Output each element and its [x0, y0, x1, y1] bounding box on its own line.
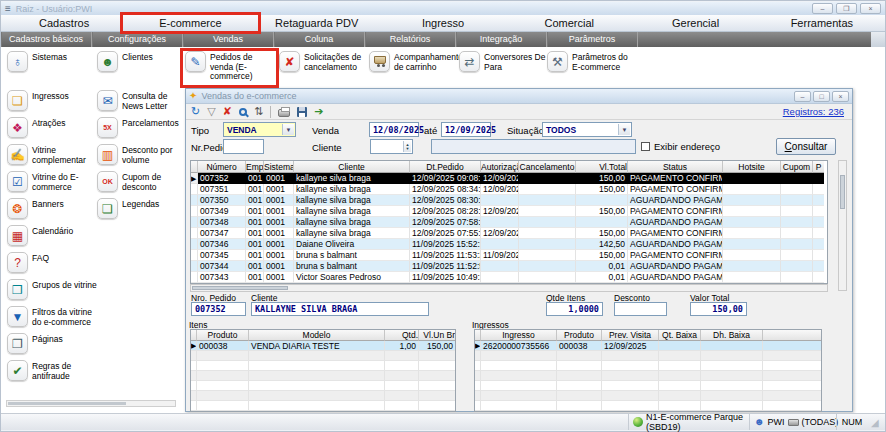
scrollbar-thumb[interactable]: [840, 175, 845, 209]
icon-panel-scrollbar[interactable]: [6, 400, 176, 407]
restore-icon[interactable]: ❐: [836, 3, 857, 14]
grid-col-header-autorizacao[interactable]: Autorização: [481, 161, 519, 173]
grid-col-header-dh-baixa[interactable]: Dh. Baixa: [701, 330, 763, 341]
menu-item-solicitacoes-de-cancelamento[interactable]: ✘Solicitações de cancelamento: [279, 51, 369, 72]
sales-row[interactable]: ▶0073520010001kallayne silva braga12/09/…: [191, 173, 827, 184]
menu-item-atracoes[interactable]: ❖Atrações: [7, 117, 97, 138]
sales-row[interactable]: 0073470010001kallayne silva braga12/09/2…: [191, 228, 827, 239]
grid-col-header-hotsite[interactable]: Hotsite: [723, 161, 781, 173]
date-from-input[interactable]: 12/08/2025: [369, 122, 419, 137]
grid-col-header-produto[interactable]: Produto: [197, 330, 249, 341]
filter-icon[interactable]: ▽: [207, 106, 215, 117]
menu-item-filtros-da-vitrine-do-e-commerce[interactable]: ▼Filtros da vitrine do e-commerce: [7, 306, 97, 327]
sales-window-title-bar[interactable]: ✦ Vendas do e-commerce –□×: [186, 89, 852, 104]
resize-grip[interactable]: ◢: [871, 417, 883, 429]
menu-item-conversores-de-para[interactable]: ⇄Conversores De Para: [459, 51, 549, 72]
menu-item-sistemas[interactable]: ♁Sistemas: [7, 51, 97, 72]
menu-tab-cadastros[interactable]: Cadastros: [1, 15, 127, 31]
grid-col-header-cliente[interactable]: Cliente: [294, 161, 410, 173]
checkbox-icon[interactable]: [641, 142, 650, 151]
menu-item-banners[interactable]: ❂Banners: [7, 198, 97, 219]
menu-item-faq[interactable]: ?FAQ: [7, 252, 97, 273]
exibir-endereco-checkbox[interactable]: Exibir endereço: [641, 141, 720, 152]
menu-item-parcelamentos[interactable]: 5XParcelamentos: [97, 117, 187, 138]
consultar-button[interactable]: Consultar: [776, 138, 836, 155]
grid-col-header-qt-baixa[interactable]: Qt. Baixa: [659, 330, 701, 341]
print-icon[interactable]: [278, 107, 290, 117]
sales-row[interactable]: 0073430010001Victor Soares Pedroso11/09/…: [191, 272, 827, 283]
grid-col-header-emp[interactable]: Emp: [246, 161, 264, 173]
sales-row[interactable]: 0073500010001kallayne silva braga12/09/2…: [191, 195, 827, 206]
refresh-icon[interactable]: ↻: [191, 106, 200, 117]
nr-pedido-input[interactable]: [223, 139, 264, 154]
menu-tab-comercial[interactable]: Comercial: [506, 15, 632, 31]
sales-row[interactable]: 0073450010001bruna s balmant11/09/2025 1…: [191, 250, 827, 261]
close-icon[interactable]: ×: [832, 91, 849, 102]
submenu-relatorios[interactable]: Relatórios: [365, 32, 456, 47]
grid-col-header-vl-un-br[interactable]: Vl.Un Br: [419, 330, 455, 341]
situacao-select[interactable]: TODOS ▼: [542, 122, 632, 137]
chevron-down-icon[interactable]: ▼: [618, 124, 630, 135]
date-to-input[interactable]: 12/09/2025: [441, 122, 491, 137]
scrollbar-thumb[interactable]: [192, 286, 288, 290]
save-icon[interactable]: [297, 107, 307, 117]
sales-row[interactable]: 0073480010001kallayne silva braga12/09/2…: [191, 217, 827, 228]
grid-col-header-produto[interactable]: Produto: [557, 330, 602, 341]
minimize-icon[interactable]: –: [812, 3, 833, 14]
menu-item-paginas[interactable]: ❐Páginas: [7, 333, 97, 354]
menu-item-desconto-por-volume[interactable]: ▥Desconto por volume: [97, 144, 187, 165]
menu-item-vitrine-do-e-commerce[interactable]: ☑Vitrine do E-commerce: [7, 171, 97, 192]
hamburger-menu-icon[interactable]: ≡: [5, 4, 11, 14]
submenu-coluna[interactable]: Coluna: [274, 32, 365, 47]
maximize-icon[interactable]: □: [813, 91, 830, 102]
grid-col-header-sistema[interactable]: Sistema: [264, 161, 294, 173]
grid-col-header-numero[interactable]: Número: [198, 161, 246, 173]
menu-item-calendario[interactable]: ▦Calendário: [7, 225, 97, 246]
menu-item-regras-de-antifraude[interactable]: ✔Regras de antifraude: [7, 360, 97, 381]
sales-grid-hscrollbar[interactable]: [190, 284, 828, 292]
close-icon[interactable]: ×: [860, 3, 881, 14]
grid-col-header-prev-visita[interactable]: Prev. Visita: [602, 330, 659, 341]
menu-item-vitrine-complementar[interactable]: ✍Vitrine complementar: [7, 144, 97, 165]
menu-item-grupos-de-vitrine[interactable]: ❒Grupos de vitrine: [7, 279, 97, 300]
spinner-buttons[interactable]: ▲▼: [403, 141, 411, 152]
grid-col-header-status[interactable]: Status: [628, 161, 723, 173]
menu-item-clientes[interactable]: ☻Clientes: [97, 51, 187, 72]
sales-row[interactable]: 0073440010001bruna s balmant11/09/2025 1…: [191, 261, 827, 272]
submenu-vendas[interactable]: Vendas: [183, 32, 274, 47]
chevron-down-icon[interactable]: ▼: [282, 124, 294, 135]
export-icon[interactable]: ➔: [314, 106, 323, 117]
grid-col-header-vl-total[interactable]: Vl.Total: [576, 161, 628, 173]
grid-col-header-cancelamento[interactable]: Cancelamento: [519, 161, 576, 173]
sort-icon[interactable]: ⇅: [254, 106, 263, 117]
grid-col-header-dt-pedido[interactable]: Dt.Pedido: [410, 161, 481, 173]
submenu-configuracoes[interactable]: Configurações: [92, 32, 183, 47]
menu-item-consulta-de-news-letter[interactable]: ✉Consulta de News Letter: [97, 90, 187, 111]
table-row[interactable]: ▶2620000073556600003812/09/2025: [475, 341, 821, 351]
sales-row[interactable]: 0073510010001kallayne silva braga12/09/2…: [191, 184, 827, 195]
table-row[interactable]: ▶000038VENDA DIARIA TESTE1,00150,00: [191, 341, 455, 351]
menu-item-legendas[interactable]: ❏Legendas: [97, 198, 187, 219]
submenu-cadastros-basicos[interactable]: Cadastros básicos: [1, 32, 92, 47]
menu-tab-ferramentas[interactable]: Ferramentas: [759, 15, 885, 31]
submenu-parametros[interactable]: Parâmetros: [547, 32, 638, 47]
tipo-select[interactable]: VENDA ▼: [223, 122, 296, 137]
sales-row[interactable]: 0073490010001kallayne silva braga12/09/2…: [191, 206, 827, 217]
grid-col-header-qtd[interactable]: Qtd.: [385, 330, 419, 341]
grid-col-header-p[interactable]: P: [813, 161, 824, 173]
registros-link[interactable]: Registros: 236: [783, 106, 844, 117]
grid-col-header-cupom[interactable]: Cupom: [781, 161, 813, 173]
cliente-code-input[interactable]: ▲▼: [370, 139, 413, 154]
minimize-icon[interactable]: –: [794, 91, 811, 102]
grid-col-header-ingresso[interactable]: Ingresso: [481, 330, 557, 341]
delete-icon[interactable]: ✘: [223, 106, 232, 117]
submenu-integracao[interactable]: Integração: [456, 32, 547, 47]
sales-grid-vscrollbar[interactable]: [838, 160, 847, 291]
menu-item-ingressos[interactable]: ❏Ingressos: [7, 90, 97, 111]
menu-tab-ingresso[interactable]: Ingresso: [380, 15, 506, 31]
icon-panel-scrollbar-thumb[interactable]: [8, 402, 126, 405]
menu-item-parametros-do-e-commerce[interactable]: ⚒Parâmetros do E-commerce: [547, 51, 637, 72]
menu-item-cupom-de-desconto[interactable]: OKCupom de desconto: [97, 171, 187, 192]
sales-row[interactable]: 0073460010001Daiane Oliveira11/09/2025 1…: [191, 239, 827, 250]
menu-tab-retaguarda-pdv[interactable]: Retaguarda PDV: [254, 15, 380, 31]
